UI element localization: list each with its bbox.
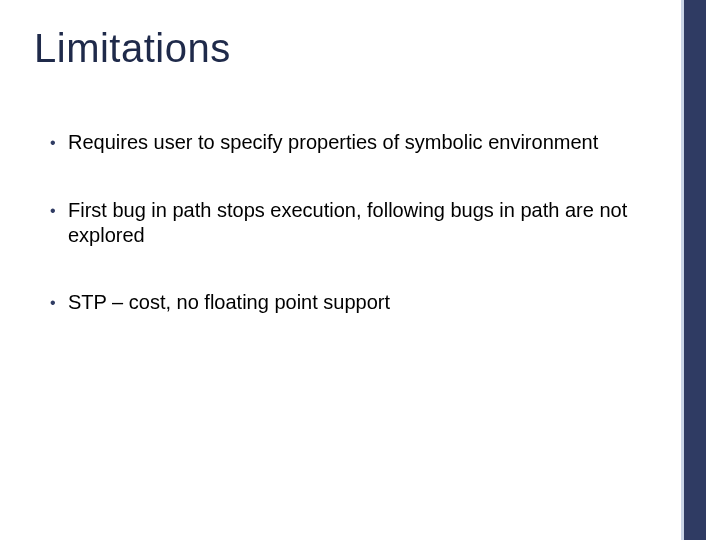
bullet-icon: • (50, 290, 68, 316)
bullet-text: Requires user to specify properties of s… (68, 130, 630, 155)
bullet-text: First bug in path stops execution, follo… (68, 198, 630, 248)
bullet-icon: • (50, 130, 68, 156)
list-item: • STP – cost, no floating point support (50, 290, 630, 316)
slide-body: • Requires user to specify properties of… (50, 130, 630, 358)
bullet-text: STP – cost, no floating point support (68, 290, 630, 315)
list-item: • Requires user to specify properties of… (50, 130, 630, 156)
list-item: • First bug in path stops execution, fol… (50, 198, 630, 248)
slide: Limitations • Requires user to specify p… (0, 0, 720, 540)
slide-title: Limitations (34, 26, 231, 71)
accent-bar (684, 0, 706, 540)
bullet-icon: • (50, 198, 68, 224)
